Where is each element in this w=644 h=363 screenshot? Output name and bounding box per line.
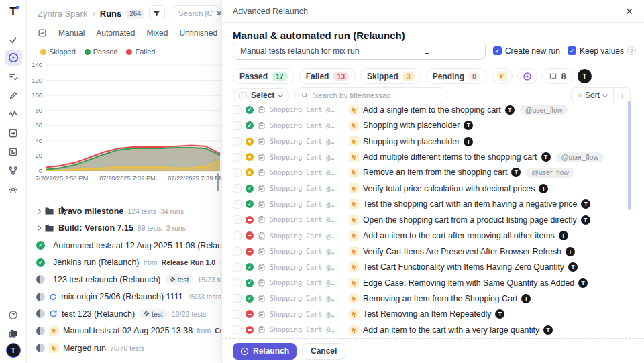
row-checkbox[interactable] xyxy=(233,310,241,319)
row-checkbox[interactable] xyxy=(233,137,241,146)
tests-list-scrollbar[interactable] xyxy=(628,101,631,210)
tab-unfinished[interactable]: Unfinished xyxy=(179,28,217,38)
tree-run-row[interactable]: mix origin 25/06 (Relaunch) 111115/33 te… xyxy=(27,289,221,306)
row-checkbox[interactable] xyxy=(233,278,241,287)
create-new-run-checkbox[interactable]: Create new run xyxy=(493,46,560,56)
legend-item-failed[interactable]: Failed xyxy=(126,48,155,56)
breadcrumb-page[interactable]: Runs xyxy=(100,9,122,19)
test-row[interactable]: Shopping Cart @…Test the shopping cart w… xyxy=(233,197,624,212)
test-row[interactable]: Shopping Cart @…Shopping with placeholde… xyxy=(233,134,624,149)
test-row[interactable]: Shopping Cart @…Removing an Item from th… xyxy=(233,291,624,306)
sidebar-item-settings[interactable] xyxy=(5,181,22,197)
clear-search-icon[interactable]: ✕ xyxy=(216,9,221,18)
sort-button[interactable]: ↑↓ Sort xyxy=(572,91,613,100)
filter-chip-failed[interactable]: Failed13 xyxy=(299,68,356,84)
runs-search-input[interactable]: Search [C ✕ xyxy=(170,5,221,21)
row-checkbox[interactable] xyxy=(233,105,241,114)
sidebar-item-branches[interactable] xyxy=(5,162,22,178)
chevron-right-icon[interactable] xyxy=(36,209,41,214)
test-row[interactable]: Shopping Cart @…Add multiple different i… xyxy=(233,149,624,164)
row-checkbox[interactable] xyxy=(233,231,241,240)
row-checkbox[interactable] xyxy=(233,121,241,130)
select-all-icon[interactable] xyxy=(38,28,47,38)
tests-search-input[interactable] xyxy=(313,91,441,99)
left-panel-scrollbar[interactable] xyxy=(217,173,219,191)
close-icon[interactable]: ✕ xyxy=(625,7,633,16)
tab-automated[interactable]: Automated xyxy=(96,28,135,38)
breadcrumb-project[interactable]: Zyntra Spark xyxy=(38,9,87,19)
test-row[interactable]: Shopping Cart @…Remove an item from the … xyxy=(233,165,624,180)
filter-chip-comment[interactable]: 8 xyxy=(542,68,573,84)
tree-run-row[interactable]: Merged run76/76 tests xyxy=(27,340,221,357)
row-checkbox[interactable] xyxy=(233,263,241,272)
status-pending-icon xyxy=(36,309,45,318)
test-row[interactable]: Shopping Cart @…Add an item to the cart … xyxy=(233,228,624,244)
run-title-input[interactable] xyxy=(233,42,486,60)
test-row[interactable]: Shopping Cart @…Open the shopping cart f… xyxy=(233,212,624,227)
row-checkbox[interactable] xyxy=(233,247,241,256)
test-path: Shopping Cart @… xyxy=(270,232,345,240)
from-label: from xyxy=(197,327,211,335)
row-checkbox[interactable] xyxy=(233,294,241,303)
test-row[interactable]: Shopping Cart @…Edge Case: Removing Item… xyxy=(233,275,624,291)
checkbox-checked-icon xyxy=(493,46,502,55)
chevron-down-icon xyxy=(602,91,608,97)
row-checkbox[interactable] xyxy=(233,325,241,334)
filter-chip-manual[interactable] xyxy=(492,68,513,84)
tab-mixed[interactable]: Mixed xyxy=(146,28,168,38)
relaunch-button[interactable]: Relaunch xyxy=(233,343,297,360)
keep-values-label: Keep values xyxy=(580,46,624,56)
row-checkbox[interactable] xyxy=(233,168,241,177)
test-row[interactable]: Shopping Cart @…Add an item to the cart … xyxy=(233,322,624,338)
sidebar-item-edit[interactable] xyxy=(5,87,22,103)
cancel-button[interactable]: Cancel xyxy=(302,343,345,360)
filter-chip-automated[interactable] xyxy=(517,68,537,84)
tab-manual[interactable]: Manual xyxy=(58,28,85,38)
legend-item-passed[interactable]: Passed xyxy=(85,48,118,56)
tree-folder-row[interactable]: Bravo milestone124 tests34 runs xyxy=(27,203,221,220)
tree-run-row[interactable]: 123 test relaunch (Relaunch)test15/23 te… xyxy=(27,271,221,289)
sidebar-item-flaky[interactable] xyxy=(5,106,22,122)
test-row[interactable]: Shopping Cart @…Test Cart Functionality … xyxy=(233,259,624,274)
test-row[interactable]: Shopping Cart @…Shopping with placeholde… xyxy=(233,117,624,133)
filter-chip-passed[interactable]: Passed17 xyxy=(233,68,294,84)
tree-folder-row[interactable]: Build: Version 7.1569 tests3 runs xyxy=(27,220,221,238)
user-avatar[interactable]: T xyxy=(6,343,21,358)
tests-search[interactable] xyxy=(294,87,447,103)
chevron-right-icon[interactable] xyxy=(36,225,41,231)
row-checkbox[interactable] xyxy=(233,184,241,193)
test-row[interactable]: Shopping Cart @…Test Removing an Item Re… xyxy=(233,307,624,322)
help-icon[interactable]: ? xyxy=(627,46,636,55)
status-passed-icon xyxy=(246,295,254,303)
tree-run-row[interactable]: Manual tests at 02 Aug 2025 13:38fromCus… xyxy=(27,323,221,340)
test-row[interactable]: Shopping Cart @…Add a single item to the… xyxy=(233,102,624,117)
sidebar-item-import[interactable] xyxy=(5,125,22,141)
tree-run-row[interactable]: Jenkins run (Relaunch)fromRelease Run 1.… xyxy=(27,254,221,272)
tree-run-row[interactable]: Automated tests at 12 Aug 2025 11:08 (Re… xyxy=(27,237,221,254)
box-arrow-icon xyxy=(8,128,18,138)
sidebar-item-reports[interactable] xyxy=(5,144,22,160)
legend-item-skipped[interactable]: Skipped xyxy=(40,48,76,56)
row-checkbox[interactable] xyxy=(233,153,241,162)
row-checkbox[interactable] xyxy=(233,215,241,224)
app-logo[interactable]: T xyxy=(9,5,16,19)
filter-button[interactable] xyxy=(149,5,165,21)
sidebar-item-test-cases[interactable] xyxy=(5,68,22,85)
filter-chip-pending[interactable]: Pending0 xyxy=(426,68,487,84)
sidebar-item-checks[interactable] xyxy=(5,31,22,47)
filter-chip-skipped[interactable]: Skipped3 xyxy=(360,68,421,84)
keep-values-checkbox[interactable]: Keep values ? xyxy=(568,46,636,56)
clipboard-icon xyxy=(258,231,266,240)
sidebar-item-projects[interactable] xyxy=(5,325,22,342)
select-dropdown[interactable]: Select xyxy=(233,88,289,103)
assignee-avatar[interactable]: T xyxy=(578,69,592,83)
assignee-avatar: T xyxy=(464,137,473,146)
sidebar-item-help[interactable] xyxy=(5,307,22,323)
sort-arrows-icon: ↑↓ xyxy=(578,93,582,99)
assignee-avatar: T xyxy=(511,168,521,177)
sidebar-item-runs[interactable] xyxy=(5,50,22,66)
tree-run-row[interactable]: test 123 (Relaunch)test10/22 tests xyxy=(27,305,221,323)
row-checkbox[interactable] xyxy=(233,200,241,209)
test-row[interactable]: Shopping Cart @…Verify Cart Items Are Pr… xyxy=(233,244,624,259)
test-row[interactable]: Shopping Cart @…Verify total price calcu… xyxy=(233,180,624,196)
